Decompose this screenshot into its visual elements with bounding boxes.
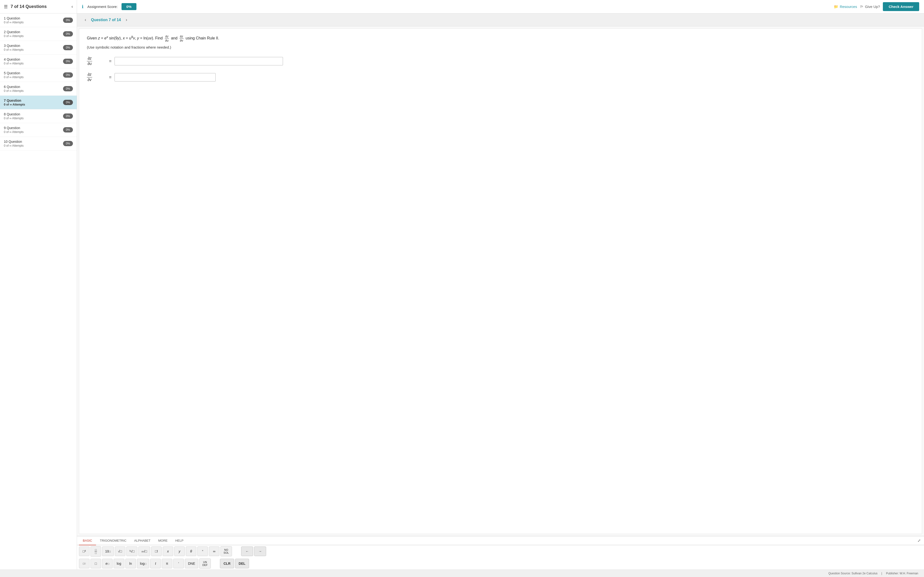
tab-alphabet[interactable]: ALPHABET <box>131 537 155 545</box>
score-badge: 0% <box>121 3 136 10</box>
kb-t-btn[interactable]: t <box>150 559 161 568</box>
question-nav: ‹ Question 7 of 14 › <box>77 13 924 26</box>
answer-input-2[interactable] <box>115 73 216 82</box>
answer-input-1[interactable] <box>115 57 283 65</box>
kb-pi-btn[interactable]: π <box>162 559 172 568</box>
kb-power10-btn[interactable]: 10□ <box>102 546 114 556</box>
question-number: Question 7 of 14 <box>91 18 121 22</box>
next-question-button[interactable]: › <box>124 16 129 23</box>
sidebar-item-5[interactable]: 5 Question 0 of ∞ Attempts 0% <box>0 68 77 82</box>
kb-clr-btn[interactable]: CLR <box>220 559 234 568</box>
sidebar-item-8-attempts: 0 of ∞ Attempts <box>4 117 63 120</box>
kb-sqrt-btn[interactable]: √□ <box>115 546 125 556</box>
sidebar-item-9-score: 0% <box>63 127 73 132</box>
kb-theta-btn[interactable]: θ <box>186 546 196 556</box>
tab-trigonometric[interactable]: TRIGONOMETRIC <box>96 537 131 545</box>
expand-keyboard-button[interactable]: ⤢ <box>916 537 922 544</box>
kb-exp-btn[interactable]: e□ <box>102 559 113 568</box>
sidebar-item-1-score: 0% <box>63 18 73 23</box>
sidebar-item-7-attempts: 0 of ∞ Attempts <box>4 103 63 106</box>
sidebar-item-2-name: 2 Question <box>4 30 63 34</box>
sidebar-item-3-attempts: 0 of ∞ Attempts <box>4 48 63 52</box>
sidebar-item-1[interactable]: 1 Question 0 of ∞ Attempts 0% <box>0 13 77 27</box>
answer-1-label: ∂z ∂u <box>87 56 106 66</box>
kb-nthrt-btn[interactable]: n√□ <box>138 546 150 556</box>
publisher: Publisher: W.H. Freeman <box>886 572 918 575</box>
kb-undef-btn[interactable]: UNDEF <box>199 558 211 569</box>
keyboard-tabs: BASIC TRIGONOMETRIC ALPHABET MORE HELP ⤢ <box>77 537 924 545</box>
question-instruction: (Use symbolic notation and fractions whe… <box>87 45 914 49</box>
tab-more[interactable]: MORE <box>154 537 171 545</box>
kb-prime-btn[interactable]: ' <box>173 559 184 568</box>
collapse-sidebar-button[interactable]: ‹ <box>71 4 73 9</box>
assignment-score-label: Assignment Score: <box>87 5 118 9</box>
kb-box-btn[interactable]: □ <box>90 559 101 568</box>
sidebar-item-4-score: 0% <box>63 59 73 64</box>
keyboard-row-2: □□ □ e□ log ln log□ t π ' DNE UNDEF CLR … <box>77 558 924 569</box>
sidebar: 1 Question 0 of ∞ Attempts 0% 2 Question… <box>0 13 77 569</box>
sidebar-item-7[interactable]: 7 Question 0 of ∞ Attempts 0% <box>0 96 77 110</box>
sidebar-item-4-attempts: 0 of ∞ Attempts <box>4 62 63 65</box>
footer: Question Source: Sullivan 2e Calculus | … <box>0 569 924 577</box>
kb-factorial-btn[interactable]: □! <box>151 546 162 556</box>
kb-ln-btn[interactable]: ln <box>125 559 136 568</box>
sidebar-item-10-score: 0% <box>63 141 73 146</box>
equals-2: = <box>109 75 111 80</box>
sidebar-item-2-score: 0% <box>63 31 73 37</box>
question-area: ‹ Question 7 of 14 › Given z = ex sin(9y… <box>77 13 924 569</box>
check-answer-button[interactable]: Check Answer <box>883 2 919 11</box>
math-keyboard: BASIC TRIGONOMETRIC ALPHABET MORE HELP ⤢… <box>77 536 924 569</box>
sidebar-item-8[interactable]: 8 Question 0 of ∞ Attempts 0% <box>0 110 77 123</box>
kb-dne-btn[interactable]: DNE <box>185 559 198 568</box>
sidebar-item-9-attempts: 0 of ∞ Attempts <box>4 130 63 134</box>
question-text: Given z = ex sin(9y), x = u9v, y = ln(uv… <box>87 34 914 42</box>
kb-log-btn[interactable]: log <box>113 559 124 568</box>
kb-cbrt-btn[interactable]: ³√□ <box>126 546 137 556</box>
kb-x-btn[interactable]: x <box>163 546 173 556</box>
sidebar-item-10-name: 10 Question <box>4 140 63 143</box>
sidebar-item-6[interactable]: 6 Question 0 of ∞ Attempts 0% <box>0 82 77 96</box>
kb-fraction-btn[interactable]: □ □ <box>90 546 101 556</box>
kb-logbase-btn[interactable]: log□ <box>137 559 149 568</box>
tab-help[interactable]: HELP <box>171 537 187 545</box>
sidebar-item-1-name: 1 Question <box>4 16 63 20</box>
sidebar-item-10[interactable]: 10 Question 0 of ∞ Attempts 0% <box>0 137 77 150</box>
main-content: 1 Question 0 of ∞ Attempts 0% 2 Question… <box>0 13 924 569</box>
sidebar-item-9[interactable]: 9 Question 0 of ∞ Attempts 0% <box>0 123 77 137</box>
header-right: 📁 Resources 🏳 Give Up? Check Answer <box>834 2 919 11</box>
sidebar-item-2[interactable]: 2 Question 0 of ∞ Attempts 0% <box>0 27 77 41</box>
top-header: ☰ 7 of 14 Questions ‹ ℹ Assignment Score… <box>0 0 924 13</box>
kb-right-arrow-btn[interactable]: → <box>254 546 266 556</box>
sidebar-item-5-score: 0% <box>63 73 73 77</box>
sidebar-item-1-attempts: 0 of ∞ Attempts <box>4 21 63 24</box>
kb-square-btn[interactable]: □² <box>79 546 89 556</box>
answer-row-1: ∂z ∂u = <box>87 56 914 66</box>
resources-button[interactable]: 📁 Resources <box>834 5 857 9</box>
tab-basic[interactable]: BASIC <box>79 537 96 545</box>
give-up-label: Give Up? <box>865 5 880 9</box>
info-icon: ℹ <box>82 4 84 10</box>
sidebar-item-6-attempts: 0 of ∞ Attempts <box>4 89 63 93</box>
sidebar-item-7-score: 0% <box>63 100 73 105</box>
answer-row-2: ∂z ∂v = <box>87 72 914 82</box>
give-up-button[interactable]: 🏳 Give Up? <box>860 5 880 9</box>
kb-degree-btn[interactable]: ° <box>197 546 208 556</box>
kb-infinity-btn[interactable]: ∞ <box>209 546 220 556</box>
footer-separator: | <box>881 572 882 575</box>
kb-left-arrow-btn[interactable]: ← <box>241 546 253 556</box>
sidebar-item-3[interactable]: 3 Question 0 of ∞ Attempts 0% <box>0 41 77 55</box>
sidebar-item-2-attempts: 0 of ∞ Attempts <box>4 34 63 38</box>
kb-subscript-btn[interactable]: □□ <box>79 559 89 568</box>
answer-2-label: ∂z ∂v <box>87 72 106 82</box>
question-body: Given z = ex sin(9y), x = u9v, y = ln(uv… <box>79 28 922 534</box>
sidebar-item-8-score: 0% <box>63 113 73 119</box>
kb-del-btn[interactable]: DEL <box>235 559 249 568</box>
kb-nosol-btn[interactable]: NOSOL <box>220 546 232 556</box>
flag-icon: 🏳 <box>860 5 864 9</box>
sidebar-item-7-name: 7 Question <box>4 98 63 102</box>
sidebar-item-6-score: 0% <box>63 86 73 91</box>
kb-y-btn[interactable]: y <box>174 546 185 556</box>
equals-1: = <box>109 59 111 64</box>
sidebar-item-4[interactable]: 4 Question 0 of ∞ Attempts 0% <box>0 55 77 68</box>
prev-question-button[interactable]: ‹ <box>83 16 88 23</box>
